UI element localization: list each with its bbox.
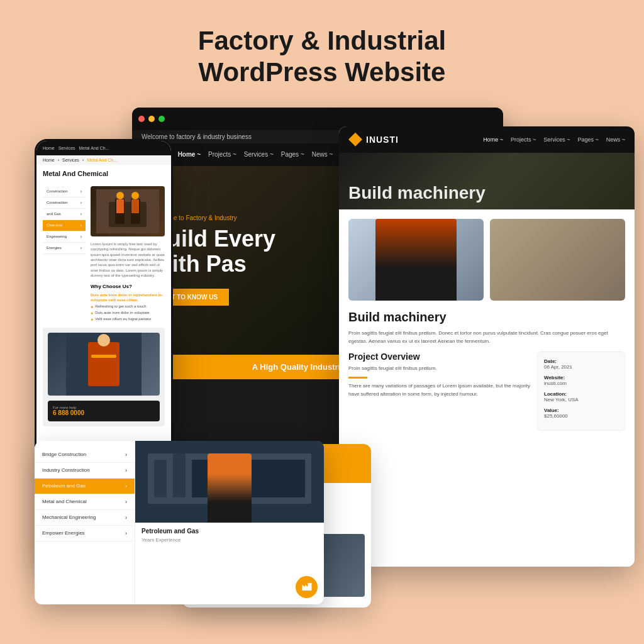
- sidebar-construction[interactable]: Construction›: [43, 186, 86, 197]
- bl-metal[interactable]: Metal and Chemical›: [35, 494, 135, 510]
- svg-point-5: [131, 192, 139, 199]
- screenshots-container: Welcome to factory & industry business c…: [0, 108, 644, 598]
- section-heading-area: Metal And Chemical: [36, 165, 171, 180]
- svg-rect-16: [173, 453, 186, 497]
- svg-point-10: [97, 334, 110, 347]
- project-description: Proin sagittis feugiat elit finibus pret…: [348, 330, 625, 346]
- right-body: Build machinery Proin sagittis feugiat e…: [339, 209, 635, 567]
- right-nav-pages[interactable]: Pages ~: [577, 136, 598, 143]
- mobile-nav-home[interactable]: Home: [43, 146, 55, 150]
- detail-date: Date: 06 Apr, 2021: [544, 358, 618, 370]
- bl-title: Petroleum and Gas: [135, 523, 324, 535]
- why-item-3: ● Velit esse cillum eu fugiat pariatur: [91, 317, 165, 321]
- nav-services[interactable]: Services ~: [244, 151, 274, 158]
- bl-worker-figure: [208, 453, 252, 523]
- page-title: Factory & Industrial WordPress Website: [0, 25, 644, 89]
- mobile-nav: Home Services Metal And Ch...: [43, 146, 109, 150]
- nav-news[interactable]: News ~: [312, 151, 333, 158]
- mobile-header: Home Services Metal And Ch...: [36, 141, 171, 155]
- bl-bridge[interactable]: Bridge Construction›: [35, 447, 135, 463]
- years-experience: Years Experience: [135, 535, 324, 545]
- sidebar-engineering[interactable]: Engineering›: [43, 231, 86, 243]
- contact-box: For more help 6 888 0000: [48, 401, 160, 421]
- why-highlight: Duis aute irure dolor in reprehenderit i…: [91, 292, 165, 303]
- bottom-list-body: Bridge Construction› Industry Constructi…: [35, 441, 324, 604]
- bl-petroleum-active[interactable]: Petroleum and Gas›: [35, 479, 135, 494]
- svg-point-4: [116, 192, 124, 199]
- nav-projects[interactable]: Projects ~: [208, 151, 236, 158]
- bl-sidebar: Bridge Construction› Industry Constructi…: [35, 441, 135, 604]
- mobile-sidebar-layout: Construction› Construction› and Gas› Che…: [43, 186, 165, 322]
- project-detail-row: Project Overview Proin sagittis feugiat …: [348, 352, 625, 431]
- right-hero: Build machinery: [339, 153, 635, 209]
- svg-rect-9: [88, 342, 119, 386]
- right-detail-screenshot: INUSTI Home ~ Projects ~ Services ~ Page…: [339, 126, 635, 567]
- why-choose-section: Why Choose Us? Duis aute irure dolor in …: [91, 284, 165, 322]
- mobile-breadcrumb: Home › Services › Metal And Ch...: [36, 155, 171, 165]
- right-nav-home[interactable]: Home ~: [483, 136, 503, 143]
- overview-desc2: There are many variations of passages of…: [348, 382, 531, 399]
- right-hero-title: Build machinery: [339, 177, 495, 209]
- sidebar-menu: Construction› Construction› and Gas› Che…: [43, 186, 86, 322]
- service-description: Lorem Ipsum is simply free test used by …: [91, 242, 165, 279]
- minimize-dot: [148, 116, 155, 122]
- sidebar-construction2[interactable]: Construction›: [43, 197, 86, 209]
- construction-image-svg: [96, 189, 159, 233]
- bl-industry[interactable]: Industry Construction›: [35, 463, 135, 479]
- close-dot: [138, 116, 145, 122]
- overview-title: Project Overview: [348, 352, 531, 362]
- right-nav-news[interactable]: News ~: [606, 136, 625, 143]
- mobile-main-content: Lorem Ipsum is simply free test used by …: [91, 186, 165, 322]
- image-bg-1: [348, 219, 484, 301]
- section-main-title: Metal And Chemical: [43, 170, 165, 177]
- worker-svg: [48, 333, 160, 396]
- project-detail-left: Project Overview Proin sagittis feugiat …: [348, 352, 531, 431]
- right-nav-projects[interactable]: Projects ~: [511, 136, 536, 143]
- contact-number: 6 888 0000: [53, 409, 155, 416]
- why-item-1: ● Refreshing to get such a touch: [91, 304, 165, 309]
- service-image-inner: [91, 186, 165, 236]
- project-title: Build machinery: [348, 310, 625, 325]
- logo-icon: [348, 133, 362, 147]
- worker-section: For more help 6 888 0000: [43, 328, 165, 426]
- bottom-list-screenshot: Bridge Construction› Industry Constructi…: [35, 441, 324, 604]
- detail-website: Website: inusti.com: [544, 375, 618, 386]
- industry-icon-badge: [296, 576, 318, 598]
- why-item-2: ● Duis aute irure dolor in voluptate: [91, 311, 165, 315]
- project-image-1: [348, 219, 484, 301]
- bl-image: [135, 441, 324, 523]
- svg-rect-7: [131, 199, 139, 213]
- service-image: [91, 186, 165, 236]
- project-details-panel: Date: 06 Apr, 2021 Website: inusti.com L…: [537, 352, 625, 431]
- right-nav-services[interactable]: Services ~: [543, 136, 570, 143]
- detail-location: Location: New York, USA: [544, 391, 618, 402]
- sidebar-energies[interactable]: Energies›: [43, 243, 86, 254]
- nav-pages[interactable]: Pages ~: [281, 151, 304, 158]
- bl-mechanical[interactable]: Mechanical Engineering›: [35, 510, 135, 526]
- bl-main: Petroleum and Gas Years Experience: [135, 441, 324, 604]
- factory-icon: [301, 581, 313, 592]
- orange-divider: [348, 377, 367, 379]
- project-image-2: [490, 219, 625, 301]
- maximize-dot: [158, 116, 165, 122]
- svg-rect-1: [109, 202, 147, 227]
- detail-value: Value: $25,60000: [544, 408, 618, 419]
- mobile-nav-metal[interactable]: Metal And Ch...: [79, 146, 109, 150]
- logo-text: INUSTI: [366, 135, 399, 145]
- mobile-content: Construction› Construction› and Gas› Che…: [36, 180, 171, 433]
- right-nav: Home ~ Projects ~ Services ~ Pages ~ New…: [483, 136, 625, 143]
- why-title: Why Choose Us?: [91, 284, 165, 289]
- page-header: Factory & Industrial WordPress Website: [0, 0, 644, 108]
- worker-figure: [375, 219, 457, 301]
- svg-rect-6: [116, 199, 124, 213]
- image-bg-2: [490, 219, 625, 301]
- sidebar-chemical-active[interactable]: Chemical›: [43, 220, 86, 231]
- svg-rect-11: [91, 355, 116, 358]
- svg-rect-15: [154, 460, 167, 497]
- sidebar-gas[interactable]: and Gas›: [43, 209, 86, 220]
- mobile-nav-services[interactable]: Services: [58, 146, 75, 150]
- bl-empower[interactable]: Empower Energies›: [35, 526, 135, 541]
- nav-home[interactable]: Home ~: [178, 151, 201, 158]
- worker-image: [48, 333, 160, 396]
- right-header: INUSTI Home ~ Projects ~ Services ~ Page…: [339, 126, 635, 153]
